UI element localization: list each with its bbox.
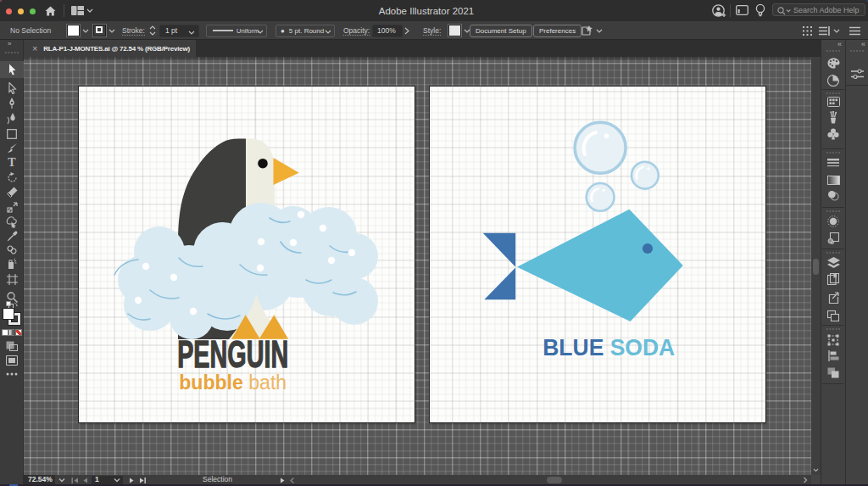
svg-text:bubble bath: bubble bath: [179, 371, 287, 394]
svg-text:PENGUIN: PENGUIN: [177, 333, 288, 375]
svg-text:BLUE SODA: BLUE SODA: [542, 334, 675, 360]
